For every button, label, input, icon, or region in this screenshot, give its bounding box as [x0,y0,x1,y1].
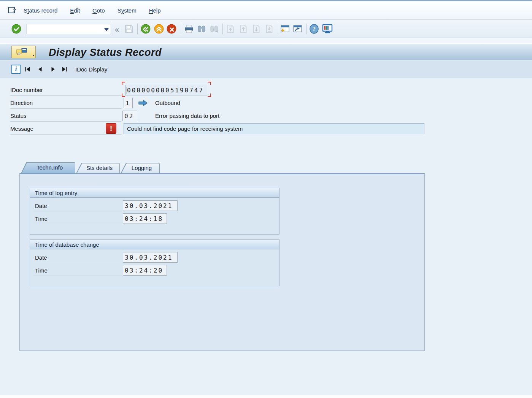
toolbar-separator [180,24,180,34]
group-title: Time of database change [30,241,99,248]
message-field[interactable]: Could not find code page for receiving s… [124,123,424,134]
customize-layout-icon[interactable] [322,24,333,34]
label-underline [10,108,121,109]
last-record-icon[interactable] [61,66,68,73]
first-page-icon[interactable] [226,24,235,34]
label-underline [33,263,122,263]
menu-text: atus record [29,7,57,14]
page-title: Display Status Record [49,47,162,59]
toolbar-separator [277,24,277,34]
enter-icon[interactable] [11,24,21,34]
db-date-label: Date [35,254,47,261]
log-date-label: Date [35,203,47,209]
status-field[interactable]: 02 [122,111,137,121]
group-header: Time of database change [30,240,279,249]
label-underline [10,95,121,96]
menu-mnemonic: E [70,7,74,14]
find-next-icon[interactable] [209,24,219,34]
menu-mnemonic: G [92,7,97,14]
last-page-icon[interactable] [264,24,274,34]
group-title: Time of log entry [30,190,77,196]
menu-items: Status record Edit Goto System Help [23,6,162,15]
menu-text: S [24,7,27,14]
menu-text: S [118,7,121,14]
menu-text: dit [74,7,80,14]
title-menu-button[interactable] [11,46,36,58]
label-underline [33,276,122,276]
toolbar-separator [306,24,306,34]
command-input[interactable] [27,25,99,33]
menu-mnemonic: H [149,7,153,14]
error-icon: ! [106,123,116,134]
tab-sts-details[interactable]: Sts details [76,163,120,173]
find-icon[interactable] [197,24,206,34]
menu-status-record[interactable]: Status record [23,6,58,15]
idoc-number-label: IDoc number [10,87,43,93]
group-header: Time of log entry [30,188,279,198]
label-underline [33,211,122,211]
label-underline [10,134,121,135]
focus-bracket [122,82,125,85]
log-date-field[interactable]: 30.03.2021 [123,200,178,211]
next-record-icon[interactable] [50,66,57,73]
label-underline [10,121,121,122]
svg-text:?: ? [312,25,316,33]
command-field[interactable] [27,24,111,34]
application-toolbar: i IDoc Display [0,60,532,78]
menu-system[interactable]: System [117,6,137,15]
collapse-icon[interactable]: « [115,25,119,33]
db-date-field[interactable]: 30.03.2021 [123,252,178,263]
tab-label: Logging [121,165,160,171]
focus-bracket [122,94,125,97]
toolbar-separator [222,24,223,34]
help-icon[interactable]: ? [309,24,319,34]
menu-edit[interactable]: Edit [69,6,81,15]
menu-goto[interactable]: Goto [92,6,106,15]
first-record-icon[interactable] [24,66,31,73]
app-toolbar-label: IDoc Display [75,66,107,73]
sap-gui-window: Status record Edit Goto System Help « [0,0,532,398]
focus-bracket [208,82,211,85]
focus-bracket [208,94,211,97]
tab-techn-info[interactable]: Techn.Info [21,162,75,173]
toolbar-separator [137,24,138,34]
new-session-icon[interactable] [279,24,290,34]
menu-text: oto [97,7,105,14]
direction-label: Direction [10,100,33,106]
menu-text: elp [153,7,161,14]
title-menu-dropdown-icon [32,55,34,57]
outbound-arrow-icon [138,99,148,107]
message-label: Message [10,125,33,132]
info-icon[interactable]: i [11,65,21,74]
db-time-field[interactable]: 03:24:20 [123,265,167,276]
cancel-icon[interactable] [167,24,176,34]
tab-label: Techn.Info [21,164,75,171]
db-time-label: Time [35,267,48,274]
log-time-field[interactable]: 03:24:18 [123,213,167,224]
status-text: Error passing data to port [155,113,219,119]
system-menu-icon[interactable] [8,6,18,15]
title-bar: Display Status Record [0,43,532,60]
back-icon[interactable] [141,24,151,34]
idoc-number-field[interactable]: 0000000005190747 [125,85,207,95]
menu-text: stem [124,7,137,14]
menu-help[interactable]: Help [148,6,162,15]
tab-logging[interactable]: Logging [121,163,160,173]
previous-page-icon[interactable] [238,24,248,34]
previous-record-icon[interactable] [37,66,43,73]
direction-field[interactable]: 1 [124,98,133,108]
direction-text: Outbound [155,100,180,106]
menu-bar: Status record Edit Goto System Help [0,1,532,20]
create-shortcut-icon[interactable] [292,24,303,34]
toolbar-gap-strip [0,38,532,43]
standard-toolbar: « [0,20,532,38]
save-icon[interactable] [124,24,134,34]
tab-label: Sts details [76,165,120,171]
command-dropdown-icon[interactable] [104,28,109,31]
label-underline [33,224,122,224]
log-time-label: Time [35,216,48,222]
next-page-icon[interactable] [251,24,261,34]
status-label: Status [10,113,27,119]
print-icon[interactable] [184,24,194,34]
exit-icon[interactable] [154,24,164,34]
